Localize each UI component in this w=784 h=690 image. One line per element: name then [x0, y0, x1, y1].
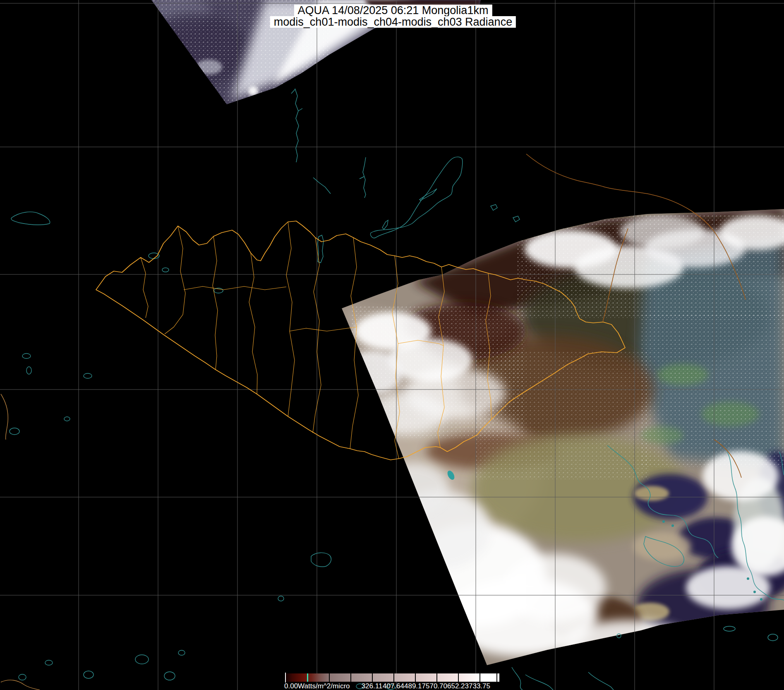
- island: [747, 577, 749, 580]
- colorbar-labels: 0.00Watts/m^2/micro 326.11407.64489.1757…: [286, 682, 518, 690]
- title-overlay: AQUA 14/08/2025 06:21 Mongolia1km modis_…: [270, 5, 516, 28]
- colorbar: 0.00Watts/m^2/micro 326.11407.64489.1757…: [286, 673, 518, 690]
- colorbar-divider: [436, 673, 437, 682]
- colorbar-tick-label: 407.64: [383, 682, 404, 690]
- satellite-product-page: { "header": { "line1": "AQUA 14/08/2025 …: [0, 0, 784, 690]
- muddy-water: [634, 486, 669, 501]
- colorbar-value-marker: [307, 673, 308, 682]
- cloud-speckle: [517, 215, 784, 319]
- colorbar-tick-label: 326.11: [362, 682, 383, 690]
- colorbar-tick-label: 570.70: [426, 682, 447, 690]
- title-line1: AQUA 14/08/2025 06:21 Mongolia1km: [294, 5, 492, 16]
- island: [760, 598, 762, 601]
- colorbar-divider: [350, 673, 351, 682]
- colorbar-gradient: [286, 673, 499, 682]
- colorbar-divider: [458, 673, 459, 682]
- colorbar-divider: [415, 673, 416, 682]
- island: [671, 524, 674, 527]
- colorbar-divider: [480, 673, 480, 682]
- shandong-patch: [633, 532, 691, 561]
- colorbar-tick-label: 652.23: [447, 682, 469, 690]
- colorbar-unit-label: 0.00Watts/m^2/micro: [284, 682, 350, 690]
- colorbar-divider: [393, 673, 394, 682]
- colorbar-divider: [372, 673, 373, 682]
- island: [662, 520, 665, 523]
- cloud-mass: [686, 566, 770, 609]
- title-line2: modis_ch01-modis_ch04-modis_ch03 Radianc…: [270, 16, 516, 28]
- map-canvas: [0, 0, 784, 690]
- colorbar-divider: [329, 673, 330, 682]
- colorbar-tick-label: 733.75: [469, 682, 490, 690]
- island: [753, 591, 756, 593]
- colorbar-start-tick: [285, 673, 286, 683]
- cloud-mass: [503, 554, 606, 622]
- colorbar-tick-label: 489.17: [404, 682, 426, 690]
- cloud-speckle: [641, 315, 784, 468]
- colorbar-divider: [496, 673, 497, 682]
